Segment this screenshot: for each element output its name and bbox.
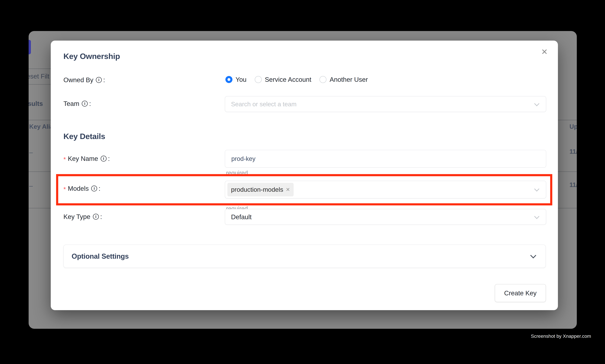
reset-filters-button-fragment: eset Filt — [29, 72, 49, 80]
modal-title: Key Ownership — [64, 52, 120, 61]
radio-option-service-account[interactable]: Service Account — [255, 76, 311, 83]
chevron-down-icon — [534, 214, 540, 219]
owned-by-label: Owned By i : — [64, 76, 105, 84]
info-icon[interactable]: i — [101, 156, 107, 162]
radio-option-you[interactable]: You — [225, 76, 246, 83]
optional-settings-panel[interactable]: Optional Settings — [64, 245, 546, 268]
key-type-label-text: Key Type — [64, 213, 90, 221]
info-icon[interactable]: i — [96, 77, 102, 83]
label-colon: : — [100, 213, 102, 221]
required-asterisk: * — [64, 156, 66, 163]
label-colon: : — [99, 185, 100, 192]
selected-model-tag-label: production-models — [231, 186, 283, 193]
radio-option-label: Another User — [330, 76, 368, 83]
team-select[interactable]: Search or select a team — [225, 96, 546, 112]
key-type-value: Default — [225, 213, 252, 221]
radio-unselected-icon — [319, 76, 326, 83]
team-label-text: Team — [64, 100, 79, 107]
models-label: * Models i : — [64, 185, 100, 192]
close-icon[interactable]: ✕ — [541, 48, 548, 56]
required-asterisk: * — [64, 186, 66, 193]
table-row-updated-cell: 11/ — [569, 148, 577, 155]
key-type-select[interactable]: Default — [225, 209, 546, 225]
table-row: – — [29, 182, 33, 189]
selected-model-tag: production-models ✕ — [227, 183, 294, 196]
watermark-text: Screenshot by Xnapper.com — [531, 333, 591, 339]
chevron-down-icon — [534, 101, 540, 106]
label-colon: : — [108, 155, 110, 162]
owned-by-label-text: Owned By — [64, 76, 93, 84]
results-count-fragment: sults — [29, 100, 43, 107]
models-select[interactable]: production-models ✕ — [225, 181, 546, 198]
info-icon[interactable]: i — [93, 214, 99, 220]
create-key-button[interactable]: Create Key — [495, 284, 546, 302]
key-name-input[interactable]: prod-key — [225, 150, 546, 168]
key-name-label: * Key Name i : — [64, 155, 110, 162]
tag-remove-icon[interactable]: ✕ — [286, 187, 290, 193]
info-icon[interactable]: i — [82, 101, 88, 107]
optional-settings-title: Optional Settings — [72, 252, 129, 260]
team-select-placeholder: Search or select a team — [225, 101, 296, 108]
column-header-key-alias: Key Alia — [29, 123, 53, 130]
key-type-label: Key Type i : — [64, 213, 102, 221]
radio-option-another-user[interactable]: Another User — [319, 76, 368, 83]
radio-selected-icon — [225, 76, 232, 83]
chevron-down-icon — [534, 186, 540, 192]
create-new-key-button-fragment — [29, 40, 31, 54]
label-colon: : — [103, 76, 105, 84]
key-name-validation-message: required — [226, 169, 248, 176]
radio-option-label: You — [235, 76, 246, 83]
table-row-updated-cell: 11/ — [569, 181, 577, 188]
radio-option-label: Service Account — [265, 76, 311, 83]
models-label-text: Models — [68, 185, 89, 192]
team-label: Team i : — [64, 100, 91, 107]
label-colon: : — [89, 100, 91, 107]
create-key-modal: ✕ Key Ownership Owned By i : You Service… — [51, 41, 558, 310]
radio-unselected-icon — [255, 76, 262, 83]
owned-by-radio-group: You Service Account Another User — [225, 75, 368, 84]
key-details-heading: Key Details — [64, 132, 105, 141]
key-name-label-text: Key Name — [68, 155, 98, 162]
key-name-value: prod-key — [225, 155, 256, 162]
info-icon[interactable]: i — [91, 185, 97, 192]
column-header-updated: Up — [569, 123, 577, 130]
table-row: – — [29, 148, 33, 156]
chevron-down-icon — [530, 252, 536, 258]
screenshot-canvas: eset Filt sults Key Alia Up – 11/ – 11/ … — [0, 0, 605, 364]
